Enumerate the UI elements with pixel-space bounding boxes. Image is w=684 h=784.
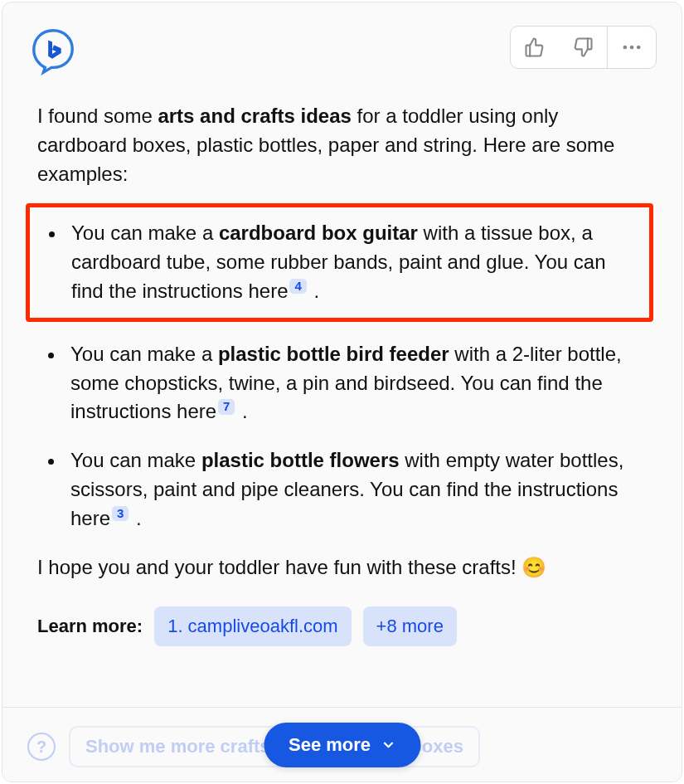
- chevron-down-icon: [381, 738, 395, 752]
- learn-more-label: Learn more:: [37, 613, 143, 640]
- see-more-button[interactable]: See more: [264, 723, 420, 767]
- thumbs-down-button[interactable]: [559, 27, 607, 68]
- learn-more-row: Learn more: 1. campliveoakfl.com +8 more: [37, 606, 647, 646]
- idea-tail: .: [130, 507, 141, 529]
- idea-bold: plastic bottle bird feeder: [218, 343, 449, 365]
- learn-more-expand[interactable]: +8 more: [363, 606, 457, 646]
- idea-tail: .: [308, 280, 319, 302]
- citation-link[interactable]: 3: [112, 506, 129, 522]
- idea-prefix: You can make a: [70, 343, 218, 365]
- see-more-label: See more: [289, 734, 371, 756]
- ideas-list: You can make a plastic bottle bird feede…: [37, 340, 647, 533]
- response-content: I found some arts and crafts ideas for a…: [2, 77, 682, 707]
- card-header: [2, 2, 682, 77]
- citation-link[interactable]: 4: [289, 279, 306, 295]
- bing-logo-icon: [27, 26, 79, 77]
- svg-point-2: [637, 46, 641, 50]
- idea-item: You can make plastic bottle flowers with…: [65, 446, 647, 533]
- idea-prefix: You can make: [70, 449, 201, 471]
- card-footer: ? Show me more crafts with cardboard box…: [2, 707, 682, 782]
- citation-link[interactable]: 7: [218, 399, 235, 415]
- idea-prefix: You can make a: [71, 222, 219, 244]
- svg-point-1: [630, 46, 634, 50]
- idea-bold: cardboard box guitar: [219, 222, 418, 244]
- thumbs-up-button[interactable]: [511, 27, 559, 68]
- feedback-actions: [510, 26, 657, 69]
- more-options-button[interactable]: [608, 27, 656, 68]
- closing-msg: I hope you and your toddler have fun wit…: [37, 556, 521, 578]
- idea-bold: plastic bottle flowers: [201, 449, 400, 471]
- question-mark-icon: ?: [27, 733, 56, 761]
- svg-point-0: [623, 46, 628, 50]
- intro-prefix: I found some: [37, 105, 158, 127]
- idea-item: You can make a plastic bottle bird feede…: [65, 340, 647, 426]
- learn-more-source[interactable]: 1. campliveoakfl.com: [154, 606, 351, 646]
- intro-text: I found some arts and crafts ideas for a…: [37, 102, 647, 188]
- closing-text: I hope you and your toddler have fun wit…: [37, 553, 647, 582]
- idea-tail: .: [236, 400, 247, 422]
- idea-item: You can make a cardboard box guitar with…: [66, 219, 641, 305]
- intro-bold: arts and crafts ideas: [158, 105, 351, 127]
- chat-response-card: I found some arts and crafts ideas for a…: [2, 2, 682, 782]
- highlighted-selection: You can make a cardboard box guitar with…: [26, 203, 653, 321]
- smile-emoji-icon: 😊: [521, 556, 546, 578]
